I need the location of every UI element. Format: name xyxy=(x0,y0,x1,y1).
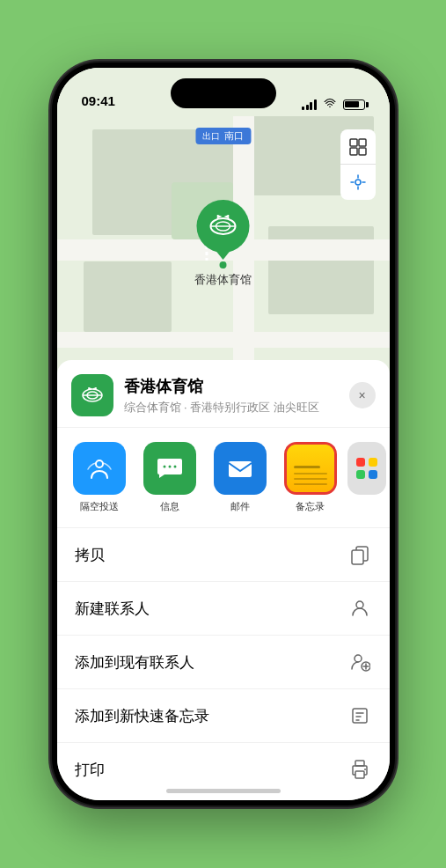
dynamic-island xyxy=(171,78,276,108)
svg-point-36 xyxy=(168,466,171,468)
location-pin: 香港体育馆 xyxy=(194,200,252,288)
svg-rect-13 xyxy=(350,148,357,155)
svg-rect-12 xyxy=(359,139,366,146)
action-add-existing[interactable]: 添加到现有联系人 xyxy=(57,636,390,689)
svg-point-15 xyxy=(355,180,361,185)
map-label-prefix: 出口 xyxy=(202,131,220,141)
mail-label: 邮件 xyxy=(230,500,250,513)
close-button[interactable]: × xyxy=(349,382,376,408)
location-description: 综合体育馆 · 香港特别行政区 油尖旺区 xyxy=(124,400,349,416)
more-icon xyxy=(347,442,386,495)
location-app-icon xyxy=(71,374,113,416)
status-time: 09:41 xyxy=(82,93,115,110)
svg-rect-38 xyxy=(229,461,252,477)
share-app-more[interactable] xyxy=(349,442,384,513)
action-print[interactable]: 打印 xyxy=(57,743,390,796)
new-contact-label: 新建联系人 xyxy=(75,599,150,619)
svg-rect-8 xyxy=(57,332,390,348)
svg-rect-11 xyxy=(350,139,357,146)
share-app-messages[interactable]: 信息 xyxy=(138,442,201,513)
battery-icon xyxy=(343,99,365,110)
phone-frame: 09:41 xyxy=(52,63,395,805)
status-icons xyxy=(302,99,365,110)
svg-point-34 xyxy=(96,460,103,467)
action-new-contact[interactable]: 新建联系人 xyxy=(57,582,390,636)
close-icon: × xyxy=(358,388,365,402)
pin-circle xyxy=(197,200,250,253)
notes-icon xyxy=(284,442,337,495)
share-app-mail[interactable]: 邮件 xyxy=(208,442,272,513)
airdrop-label: 隔空投送 xyxy=(80,500,119,513)
map-label-text: 南口 xyxy=(224,130,244,141)
share-app-notes[interactable]: 备忘录 xyxy=(279,442,342,513)
messages-icon xyxy=(143,442,196,495)
svg-point-41 xyxy=(356,601,363,608)
svg-point-54 xyxy=(364,769,366,770)
notes-label: 备忘录 xyxy=(296,500,325,513)
wifi-icon xyxy=(322,99,338,110)
add-note-icon xyxy=(347,703,372,728)
svg-rect-4 xyxy=(84,261,172,332)
copy-icon xyxy=(347,542,372,567)
svg-rect-47 xyxy=(353,709,367,723)
home-indicator xyxy=(166,789,281,793)
pin-label: 香港体育馆 xyxy=(194,272,252,288)
action-list: 拷贝 新建联系人 xyxy=(57,528,390,796)
svg-point-0 xyxy=(329,106,331,107)
location-info: 香港体育馆 综合体育馆 · 香港特别行政区 油尖旺区 xyxy=(124,376,349,416)
location-button[interactable] xyxy=(340,165,376,200)
bottom-sheet: 香港体育馆 综合体育馆 · 香港特别行政区 油尖旺区 × xyxy=(57,360,390,800)
svg-point-42 xyxy=(355,655,362,662)
airdrop-icon xyxy=(73,442,126,495)
print-label: 打印 xyxy=(75,760,105,780)
location-name: 香港体育馆 xyxy=(124,376,349,397)
svg-rect-14 xyxy=(359,148,366,155)
action-copy[interactable]: 拷贝 xyxy=(57,528,390,582)
add-note-label: 添加到新快速备忘录 xyxy=(75,706,209,726)
action-add-note[interactable]: 添加到新快速备忘录 xyxy=(57,689,390,743)
print-icon xyxy=(347,757,372,782)
stadium-icon xyxy=(208,210,239,242)
pin-dot xyxy=(220,261,227,268)
share-app-airdrop[interactable]: 隔空投送 xyxy=(68,442,131,513)
map-type-button[interactable] xyxy=(340,129,376,165)
svg-point-37 xyxy=(173,466,176,468)
signal-icon xyxy=(302,99,317,110)
messages-label: 信息 xyxy=(160,500,179,513)
map-entrance-label: 出口 南口 xyxy=(195,128,251,144)
add-existing-icon xyxy=(347,650,372,674)
copy-label: 拷贝 xyxy=(75,545,105,565)
svg-rect-53 xyxy=(355,771,364,778)
map-controls xyxy=(340,129,376,200)
phone-screen: 09:41 xyxy=(57,68,390,800)
new-contact-icon xyxy=(347,596,372,621)
mail-icon xyxy=(214,442,267,495)
share-apps-row: 隔空投送 信息 xyxy=(57,428,390,528)
svg-rect-40 xyxy=(352,550,363,564)
svg-rect-51 xyxy=(355,761,364,766)
svg-point-35 xyxy=(163,466,165,468)
location-header: 香港体育馆 综合体育馆 · 香港特别行政区 油尖旺区 × xyxy=(57,360,390,428)
add-existing-label: 添加到现有联系人 xyxy=(75,652,194,673)
